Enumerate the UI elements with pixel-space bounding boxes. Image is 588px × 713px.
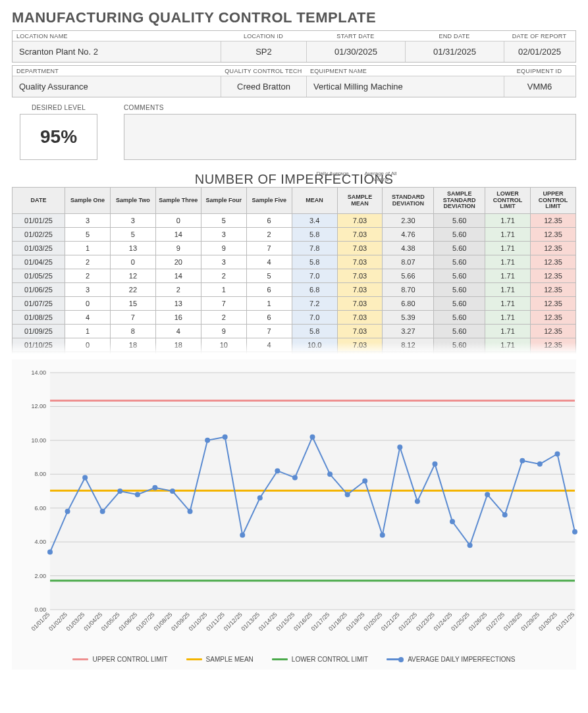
table-cell: 8 <box>201 352 246 355</box>
table-cell: 22 <box>110 283 155 297</box>
svg-point-57 <box>205 438 210 443</box>
svg-text:01/16/25: 01/16/25 <box>292 611 313 632</box>
imperfections-table: DATESample OneSample TwoSample ThreeSamp… <box>12 187 576 354</box>
svg-text:01/18/25: 01/18/25 <box>327 611 348 632</box>
header-row-1: LOCATION NAME Scranton Plant No. 2 LOCAT… <box>12 30 576 63</box>
svg-point-62 <box>292 475 298 480</box>
table-row: 01/01/25330563.47.032.305.601.7112.35 <box>13 214 576 228</box>
table-row: 01/04/252020345.87.038.075.601.7112.35 <box>13 255 576 269</box>
legend-item: AVERAGE DAILY IMPERFECTIONS <box>387 656 515 663</box>
value-location-id[interactable]: SP2 <box>221 41 306 62</box>
svg-point-68 <box>397 444 402 450</box>
svg-text:4.00: 4.00 <box>34 539 46 545</box>
table-row: 01/10/250181810410.07.038.125.601.7112.3… <box>13 338 576 352</box>
table-cell: 8.07 <box>383 255 434 269</box>
table-cell: 5.60 <box>434 352 485 355</box>
table-cell: 5 <box>65 228 111 242</box>
table-cell: 14 <box>155 228 201 242</box>
svg-point-55 <box>170 489 175 494</box>
table-cell: 0 <box>65 297 111 311</box>
table-cell: 5.60 <box>434 242 485 255</box>
legend-item: SAMPLE MEAN <box>186 656 254 663</box>
table-cell: 5.60 <box>434 311 485 325</box>
table-cell: 2.30 <box>383 214 434 228</box>
table-cell: 12.35 <box>531 269 576 283</box>
table-cell: 12.35 <box>531 311 576 325</box>
table-cell: 6 <box>246 214 292 228</box>
svg-point-59 <box>240 533 245 538</box>
table-cell: 10.0 <box>292 338 337 352</box>
svg-text:01/04/25: 01/04/25 <box>82 611 103 632</box>
value-equipment-name[interactable]: Vertical Milling Machine <box>306 76 504 97</box>
table-row: 01/08/254716267.07.035.395.601.7112.35 <box>13 311 576 325</box>
table-cell: 16 <box>155 311 201 325</box>
table-cell: 01/07/25 <box>13 297 65 311</box>
svg-point-70 <box>432 462 437 467</box>
value-qc-tech[interactable]: Creed Bratton <box>221 76 306 97</box>
table-cell: 6 <box>246 311 292 325</box>
svg-text:6.00: 6.00 <box>34 505 46 512</box>
table-cell: 8 <box>110 325 155 338</box>
svg-point-76 <box>537 462 543 467</box>
value-equipment-id[interactable]: VMM6 <box>504 76 575 97</box>
table-cell: 7 <box>110 311 155 325</box>
table-cell: 4.76 <box>383 228 434 242</box>
table-cell: 1.71 <box>485 338 531 352</box>
control-chart: 0.002.004.006.008.0010.0012.0014.0001/01… <box>12 359 576 670</box>
svg-point-74 <box>502 512 508 517</box>
svg-text:2.00: 2.00 <box>34 573 46 579</box>
value-location-name[interactable]: Scranton Plant No. 2 <box>13 41 221 62</box>
table-cell: 6.8 <box>292 283 337 297</box>
svg-point-60 <box>257 495 263 500</box>
table-cell: 1.71 <box>485 283 531 297</box>
table-cell: 2 <box>65 269 111 283</box>
svg-point-52 <box>117 489 122 494</box>
table-cell: 12.35 <box>531 283 576 297</box>
value-start-date[interactable]: 01/30/2025 <box>306 41 405 62</box>
svg-point-64 <box>327 471 333 477</box>
table-cell: 01/11/25 <box>13 352 65 355</box>
table-cell: 5.8 <box>292 325 337 338</box>
label-end-date: END DATE <box>405 31 504 41</box>
svg-text:01/05/25: 01/05/25 <box>100 611 121 632</box>
table-cell: 10.2 <box>292 352 337 355</box>
table-cell: 5.60 <box>434 283 485 297</box>
table-row: 01/03/251139977.87.034.385.601.7112.35 <box>13 242 576 255</box>
table-cell: 7.0 <box>292 269 337 283</box>
svg-text:01/17/25: 01/17/25 <box>310 611 331 632</box>
table-cell: 5 <box>246 269 292 283</box>
table-row: 01/06/253222166.87.038.705.601.7112.35 <box>13 283 576 297</box>
table-cell: 7.03 <box>337 352 383 355</box>
svg-text:01/11/25: 01/11/25 <box>205 611 226 632</box>
table-cell: 7.03 <box>337 255 383 269</box>
svg-point-71 <box>450 519 455 524</box>
table-header: MEAN <box>292 188 337 214</box>
table-cell: 5.60 <box>434 338 485 352</box>
table-header: DATE <box>13 188 65 214</box>
value-desired-level[interactable]: 95% <box>20 114 97 160</box>
table-cell: 1.71 <box>485 255 531 269</box>
table-cell: 18 <box>110 338 155 352</box>
table-header: SAMPLE STANDARD DEVIATION <box>434 188 485 214</box>
table-cell: 1.71 <box>485 325 531 338</box>
chart-legend: UPPER CONTROL LIMITSAMPLE MEANLOWER CONT… <box>18 656 570 663</box>
value-date-of-report[interactable]: 02/01/2025 <box>504 41 575 62</box>
label-desired-level: DESIRED LEVEL <box>20 104 97 111</box>
table-cell: 13 <box>155 297 201 311</box>
svg-text:01/29/25: 01/29/25 <box>520 611 541 632</box>
table-cell: 1.71 <box>485 228 531 242</box>
table-cell: 5 <box>201 214 246 228</box>
svg-text:01/14/25: 01/14/25 <box>257 611 279 632</box>
svg-text:01/09/25: 01/09/25 <box>170 611 191 632</box>
table-cell: 01/02/25 <box>13 228 65 242</box>
value-department[interactable]: Quality Assurance <box>13 76 221 97</box>
label-avg-all-means: Average of All Means <box>360 171 402 183</box>
label-start-date: START DATE <box>306 31 405 41</box>
table-cell: 01/06/25 <box>13 283 65 297</box>
table-cell: 1.71 <box>485 352 531 355</box>
imperfections-table-scroll[interactable]: DATESample OneSample TwoSample ThreeSamp… <box>12 187 576 354</box>
comments-input[interactable] <box>124 114 576 160</box>
value-end-date[interactable]: 01/31/2025 <box>405 41 504 62</box>
table-header: UPPER CONTROL LIMIT <box>531 188 576 214</box>
table-cell: 21 <box>155 352 201 355</box>
